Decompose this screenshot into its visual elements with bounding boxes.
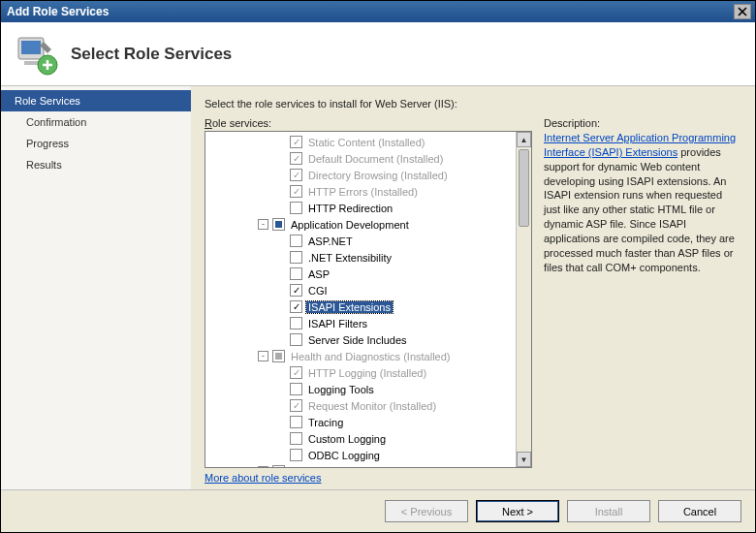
tree-node-label: ASP	[306, 268, 331, 280]
tree-node-label: Tracing	[306, 417, 345, 428]
checkbox[interactable]	[290, 235, 302, 247]
checkbox	[290, 185, 302, 198]
left-column: Role services: Static Content (Installed…	[205, 117, 532, 484]
tree-node-label: Static Content (Installed)	[306, 137, 426, 148]
tree-scroll: Static Content (Installed)Default Docume…	[205, 132, 516, 467]
nav-label: Results	[26, 159, 62, 171]
tree-node-label: ISAPI Filters	[306, 318, 369, 329]
tree-row[interactable]: -Health and Diagnostics (Installed)	[205, 348, 516, 364]
tree-node-label: .NET Extensibility	[306, 252, 394, 264]
collapse-icon[interactable]: -	[258, 351, 268, 361]
tree-row[interactable]: Default Document (Installed)	[205, 150, 516, 167]
tree-row[interactable]: ASP.NET	[205, 233, 516, 249]
tree-label: Role services:	[205, 117, 532, 129]
tree-row[interactable]: .NET Extensibility	[205, 249, 516, 266]
scrollbar[interactable]: ▲ ▼	[516, 132, 531, 467]
checkbox[interactable]	[290, 383, 302, 395]
tree-row[interactable]: Tracing	[205, 414, 516, 430]
nav-item-results[interactable]: Results	[1, 154, 191, 175]
tree-row[interactable]: Directory Browsing (Installed)	[205, 167, 516, 183]
tree-row[interactable]: ISAPI Filters	[205, 315, 516, 331]
scroll-thumb[interactable]	[519, 149, 529, 227]
tree-node-label: CGI	[306, 285, 330, 297]
checkbox	[290, 152, 302, 165]
tree-node-label: Server Side Includes	[306, 334, 409, 346]
collapse-icon[interactable]: -	[258, 466, 268, 467]
nav-item-progress[interactable]: Progress	[1, 133, 191, 154]
wizard-icon	[15, 32, 59, 77]
close-button[interactable]	[734, 4, 751, 19]
checkbox	[290, 399, 302, 412]
close-icon	[738, 7, 747, 16]
body: Role Services Confirmation Progress Resu…	[1, 86, 755, 489]
content: Select the role services to install for …	[191, 86, 755, 489]
sidebar: Role Services Confirmation Progress Resu…	[1, 86, 191, 489]
titlebar: Add Role Services	[1, 1, 755, 22]
next-button[interactable]: Next >	[476, 500, 559, 522]
tree-row[interactable]: ASP	[205, 266, 516, 282]
checkbox[interactable]	[290, 333, 302, 346]
description-label: Description:	[544, 117, 741, 129]
tree-node-label: ISAPI Extensions	[306, 301, 393, 313]
checkbox[interactable]	[290, 251, 302, 264]
right-column: Description: Internet Server Application…	[544, 117, 741, 484]
tree-row[interactable]: HTTP Logging (Installed)	[205, 364, 516, 381]
intro-text: Select the role services to install for …	[205, 98, 741, 110]
checkbox[interactable]	[272, 218, 285, 231]
tree-node-label: ASP.NET	[306, 235, 355, 247]
checkbox	[272, 465, 285, 467]
nav-label: Progress	[26, 138, 69, 149]
scroll-down-button[interactable]: ▼	[517, 452, 531, 467]
tree-row[interactable]: -Security (Installed)	[205, 463, 516, 467]
install-button: Install	[567, 500, 650, 522]
cancel-button[interactable]: Cancel	[658, 500, 741, 522]
tree-row[interactable]: Server Side Includes	[205, 331, 516, 348]
more-about-link[interactable]: More about role services	[205, 472, 321, 484]
tree-node-label: ODBC Logging	[306, 450, 382, 461]
role-services-tree[interactable]: Static Content (Installed)Default Docume…	[205, 131, 532, 468]
description-text: Internet Server Application Programming …	[544, 131, 741, 274]
checkbox	[272, 350, 285, 362]
checkbox[interactable]	[290, 300, 302, 313]
tree-row[interactable]: CGI	[205, 282, 516, 298]
wizard-window: Add Role Services Select Role Services R…	[0, 0, 756, 533]
tree-row[interactable]: ODBC Logging	[205, 447, 516, 463]
nav-item-role-services[interactable]: Role Services	[1, 90, 191, 111]
checkbox[interactable]	[290, 432, 302, 445]
footer: < Previous Next > Install Cancel	[1, 489, 755, 532]
header: Select Role Services	[1, 22, 755, 86]
tree-node-label: HTTP Errors (Installed)	[306, 186, 420, 198]
tree-node-label: HTTP Logging (Installed)	[306, 367, 428, 379]
more-link: More about role services	[205, 472, 532, 484]
tree-row[interactable]: Custom Logging	[205, 430, 516, 447]
tree-node-label: Logging Tools	[306, 384, 376, 395]
checkbox[interactable]	[290, 202, 302, 214]
checkbox[interactable]	[290, 317, 302, 329]
tree-row[interactable]: -Application Development	[205, 216, 516, 233]
tree-row[interactable]: Request Monitor (Installed)	[205, 397, 516, 414]
collapse-icon[interactable]: -	[258, 219, 268, 230]
tree-row[interactable]: Static Content (Installed)	[205, 134, 516, 150]
svg-rect-1	[21, 41, 41, 54]
tree-row[interactable]: HTTP Errors (Installed)	[205, 183, 516, 200]
window-title: Add Role Services	[5, 5, 734, 18]
checkbox[interactable]	[290, 267, 302, 280]
scroll-track[interactable]	[517, 147, 531, 452]
nav-label: Role Services	[15, 95, 80, 107]
tree-node-label: Application Development	[289, 219, 411, 231]
previous-button: < Previous	[385, 500, 468, 522]
tree-node-label: Custom Logging	[306, 433, 388, 445]
tree-node-label: Health and Diagnostics (Installed)	[289, 351, 452, 362]
tree-node-label: Directory Browsing (Installed)	[306, 170, 450, 181]
scroll-up-button[interactable]: ▲	[517, 132, 531, 147]
nav-label: Confirmation	[26, 116, 86, 128]
checkbox[interactable]	[290, 449, 302, 461]
tree-row[interactable]: Logging Tools	[205, 381, 516, 397]
svg-rect-2	[24, 61, 38, 65]
checkbox[interactable]	[290, 284, 302, 297]
tree-row[interactable]: ISAPI Extensions	[205, 298, 516, 315]
nav-item-confirmation[interactable]: Confirmation	[1, 111, 191, 133]
tree-node-label: Default Document (Installed)	[306, 153, 445, 165]
checkbox[interactable]	[290, 416, 302, 428]
tree-row[interactable]: HTTP Redirection	[205, 200, 516, 216]
